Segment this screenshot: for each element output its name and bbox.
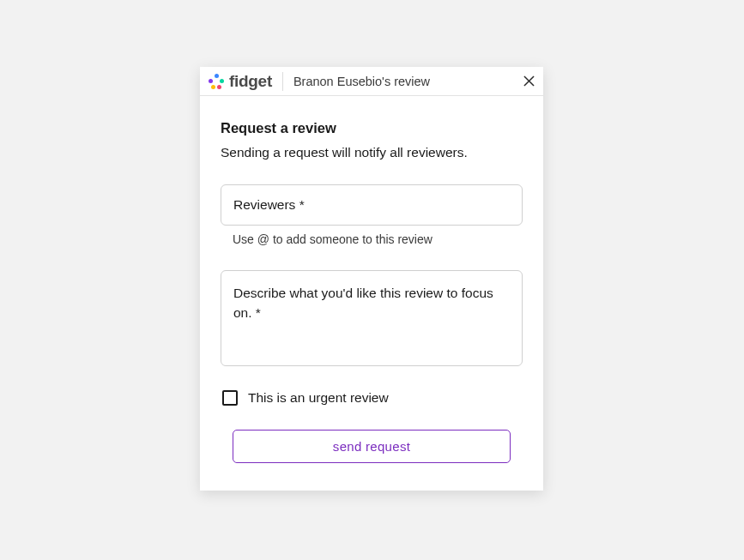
urgent-row[interactable]: This is an urgent review bbox=[221, 390, 523, 406]
description-input[interactable] bbox=[221, 270, 523, 366]
logo-icon bbox=[209, 74, 224, 89]
close-icon bbox=[523, 75, 535, 87]
dialog-title: Branon Eusebio's review bbox=[283, 75, 514, 88]
submit-row: send request bbox=[221, 430, 523, 463]
content-subtitle: Sending a request will notify all review… bbox=[221, 145, 523, 160]
app-logo: fidget bbox=[200, 67, 282, 95]
dialog-body: Request a review Sending a request will … bbox=[200, 96, 543, 491]
send-request-button[interactable]: send request bbox=[233, 430, 511, 463]
description-field-wrap bbox=[221, 270, 523, 370]
urgent-checkbox[interactable] bbox=[222, 390, 238, 406]
content-title: Request a review bbox=[221, 120, 523, 136]
app-name: fidget bbox=[229, 72, 272, 91]
dialog-header: fidget Branon Eusebio's review bbox=[200, 67, 543, 96]
reviewers-input[interactable] bbox=[221, 184, 523, 226]
close-button[interactable] bbox=[514, 67, 543, 96]
reviewers-field-wrap: Use @ to add someone to this review bbox=[221, 184, 523, 246]
review-request-dialog: fidget Branon Eusebio's review Request a… bbox=[200, 67, 543, 491]
urgent-label: This is an urgent review bbox=[248, 390, 389, 406]
reviewers-helper: Use @ to add someone to this review bbox=[221, 226, 523, 246]
